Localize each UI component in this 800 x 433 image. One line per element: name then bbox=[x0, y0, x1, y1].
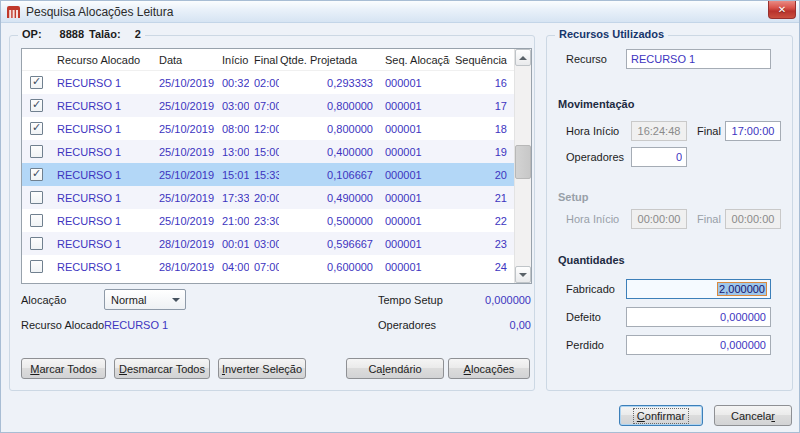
table-row[interactable]: RECURSO 1 25/10/2019 00:32 02:00 0,29333… bbox=[22, 71, 514, 94]
row-checkbox[interactable] bbox=[30, 260, 43, 273]
table-row[interactable]: RECURSO 1 28/10/2019 04:00 07:00 0,60000… bbox=[22, 255, 514, 278]
cell-final: 02:00 bbox=[249, 77, 279, 89]
mov-operadores-label: Operadores bbox=[566, 151, 624, 163]
scroll-up-button[interactable] bbox=[515, 49, 531, 66]
row-checkbox[interactable] bbox=[30, 145, 43, 158]
cell-inicio: 13:00 bbox=[217, 146, 249, 158]
cell-data: 28/10/2019 bbox=[154, 261, 217, 273]
cell-qtde: 0,500000 bbox=[279, 215, 380, 227]
cell-final: 15:33 bbox=[249, 169, 279, 181]
header-inicio[interactable]: Início bbox=[217, 54, 249, 66]
arrow-up-icon bbox=[519, 56, 527, 60]
op-value: 8888 bbox=[60, 28, 84, 40]
close-button[interactable]: ✕ bbox=[768, 1, 796, 19]
setup-hora-inicio-input bbox=[631, 209, 687, 229]
fabricado-input[interactable]: 2,000000 bbox=[626, 279, 771, 299]
confirmar-button[interactable]: Confirmar bbox=[619, 405, 703, 426]
titlebar[interactable]: Pesquisa Alocações Leitura ✕ bbox=[1, 1, 799, 23]
header-recurso-alocado[interactable]: Recurso Alocado bbox=[52, 54, 154, 66]
mov-final-input[interactable] bbox=[725, 121, 781, 141]
table-scrollbar[interactable] bbox=[514, 49, 531, 283]
row-checkbox[interactable] bbox=[30, 191, 43, 204]
cell-seq: 000001 bbox=[380, 192, 450, 204]
cell-qtde: 0,600000 bbox=[279, 261, 380, 273]
tempo-setup-value: 0,000000 bbox=[431, 294, 531, 306]
arrow-down-icon bbox=[519, 273, 527, 277]
header-seq-alocacao[interactable]: Seq. Alocação bbox=[380, 54, 450, 66]
cell-qtde: 0,293333 bbox=[279, 77, 380, 89]
cell-seq: 000001 bbox=[380, 238, 450, 250]
cell-recurso: RECURSO 1 bbox=[52, 77, 154, 89]
alocacoes-button[interactable]: Alocações bbox=[448, 358, 530, 379]
talao-value: 2 bbox=[135, 28, 141, 40]
cell-check bbox=[22, 145, 52, 158]
cancelar-button[interactable]: Cancelar bbox=[714, 405, 792, 426]
alocacao-dropdown[interactable]: Normal bbox=[104, 289, 186, 310]
table-row[interactable]: RECURSO 1 25/10/2019 08:00 12:00 0,80000… bbox=[22, 117, 514, 140]
window-title: Pesquisa Alocações Leitura bbox=[26, 5, 173, 19]
cell-seq: 000001 bbox=[380, 123, 450, 135]
cell-inicio: 00:32 bbox=[217, 77, 249, 89]
cell-data: 25/10/2019 bbox=[154, 215, 217, 227]
mov-hora-inicio-label: Hora Início bbox=[566, 125, 619, 137]
perdido-input[interactable] bbox=[626, 335, 771, 355]
row-checkbox[interactable] bbox=[30, 237, 43, 250]
setup-hora-inicio-label: Hora Início bbox=[566, 213, 619, 225]
cell-data: 25/10/2019 bbox=[154, 123, 217, 135]
close-icon: ✕ bbox=[778, 4, 786, 15]
cell-check bbox=[22, 237, 52, 250]
defeito-input[interactable] bbox=[626, 307, 771, 327]
setup-final-label: Final bbox=[697, 213, 721, 225]
table-row[interactable]: RECURSO 1 25/10/2019 03:00 07:00 0,80000… bbox=[22, 94, 514, 117]
perdido-label: Perdido bbox=[566, 339, 604, 351]
scroll-down-button[interactable] bbox=[515, 266, 531, 283]
table-row[interactable]: RECURSO 1 28/10/2019 00:01 03:00 0,59666… bbox=[22, 232, 514, 255]
calendario-button[interactable]: Calendário bbox=[346, 358, 444, 379]
header-qtde-projetada[interactable]: Qtde. Projetada bbox=[279, 54, 380, 66]
cell-sequencia: 21 bbox=[450, 192, 514, 204]
cell-data: 25/10/2019 bbox=[154, 146, 217, 158]
row-checkbox[interactable] bbox=[30, 214, 43, 227]
cell-qtde: 0,490000 bbox=[279, 192, 380, 204]
row-checkbox[interactable] bbox=[30, 99, 43, 112]
dialog-pesquisa-alocacoes: Pesquisa Alocações Leitura ✕ OP: 8888 Ta… bbox=[0, 0, 800, 433]
mov-final-label: Final bbox=[697, 125, 721, 137]
cell-data: 25/10/2019 bbox=[154, 169, 217, 181]
table-row[interactable]: RECURSO 1 25/10/2019 13:00 15:00 0,40000… bbox=[22, 140, 514, 163]
mov-operadores-input[interactable] bbox=[631, 147, 687, 167]
cell-qtde: 0,106667 bbox=[279, 169, 380, 181]
inverter-selecao-button[interactable]: Inverter Seleção bbox=[218, 358, 306, 379]
table-row[interactable]: RECURSO 1 25/10/2019 17:33 20:00 0,49000… bbox=[22, 186, 514, 209]
row-checkbox[interactable] bbox=[30, 122, 43, 135]
cell-qtde: 0,400000 bbox=[279, 146, 380, 158]
header-sequencia[interactable]: Sequência bbox=[450, 54, 514, 66]
operadores-bottom-value: 0,00 bbox=[431, 319, 531, 331]
cell-sequencia: 19 bbox=[450, 146, 514, 158]
cell-sequencia: 18 bbox=[450, 123, 514, 135]
cell-final: 07:00 bbox=[249, 261, 279, 273]
setup-final-input bbox=[725, 209, 781, 229]
cell-check bbox=[22, 168, 52, 181]
recurso-input[interactable] bbox=[626, 49, 771, 69]
app-icon bbox=[6, 5, 21, 19]
scroll-thumb[interactable] bbox=[515, 145, 531, 179]
header-final[interactable]: Final bbox=[249, 54, 279, 66]
talao-label: Talão: bbox=[89, 28, 121, 40]
table-row[interactable]: RECURSO 1 25/10/2019 15:01 15:33 0,10666… bbox=[22, 163, 514, 186]
cell-data: 28/10/2019 bbox=[154, 238, 217, 250]
cell-seq: 000001 bbox=[380, 261, 450, 273]
row-checkbox[interactable] bbox=[30, 76, 43, 89]
mov-hora-inicio-input bbox=[631, 121, 687, 141]
header-data[interactable]: Data bbox=[154, 54, 217, 66]
row-checkbox[interactable] bbox=[30, 168, 43, 181]
cell-seq: 000001 bbox=[380, 100, 450, 112]
table-row[interactable]: RECURSO 1 25/10/2019 21:00 23:30 0,50000… bbox=[22, 209, 514, 232]
cell-final: 07:00 bbox=[249, 100, 279, 112]
recurso-alocado-label: Recurso Alocado bbox=[21, 319, 104, 331]
cell-final: 03:00 bbox=[249, 238, 279, 250]
cell-recurso: RECURSO 1 bbox=[52, 169, 154, 181]
marcar-todos-button[interactable]: Marcar Todos bbox=[21, 358, 106, 379]
cell-seq: 000001 bbox=[380, 77, 450, 89]
desmarcar-todos-button[interactable]: Desmarcar Todos bbox=[114, 358, 210, 379]
recurso-label: Recurso bbox=[566, 53, 607, 65]
